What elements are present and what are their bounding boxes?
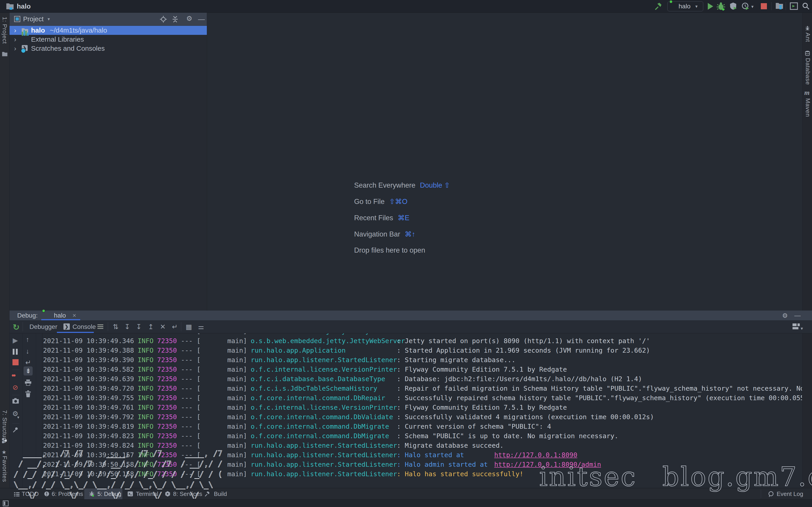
locate-file-icon[interactable] xyxy=(160,16,167,23)
view-breakpoints-icon[interactable]: ●● xyxy=(11,373,15,378)
tree-row-scratches[interactable]: › ❯ Scratches and Consoles xyxy=(9,44,207,53)
log-message: : Repair of failed migration in Schema H… xyxy=(397,385,802,392)
database-icon[interactable] xyxy=(805,50,810,57)
gear-icon[interactable]: ⚙ xyxy=(186,14,192,22)
debug-button[interactable] xyxy=(716,2,725,12)
clipped-log-row: 2021-11-09 10:39:49.249INFO72350 --- [ma… xyxy=(43,333,802,336)
chevron-down-icon[interactable]: ▾ xyxy=(801,326,803,331)
resume-button[interactable]: ▶ xyxy=(13,337,18,344)
console-log-row: 2021-11-09 10:39:49.761INFO72350 --- [ma… xyxy=(43,403,802,412)
log-logger: o.f.c.internal.license.VersionPrinter xyxy=(251,403,397,412)
debug-session-tab[interactable]: halo xyxy=(54,311,66,320)
print-icon[interactable] xyxy=(24,379,32,387)
profiler-chevron-icon[interactable]: ▾ xyxy=(751,4,754,9)
log-thread: main] xyxy=(201,364,247,374)
evaluate-grid-icon[interactable]: ▦ xyxy=(186,320,192,333)
run-button[interactable] xyxy=(708,3,713,10)
close-icon[interactable]: × xyxy=(72,311,76,320)
shortcut-label: Drop files here to open xyxy=(354,246,425,254)
expand-chevron-icon[interactable]: › xyxy=(14,26,16,35)
sidebar-item-project[interactable]: 1: Project xyxy=(1,17,8,44)
soft-wrap-icon[interactable]: ↵ xyxy=(26,359,31,366)
run-with-coverage-button[interactable] xyxy=(729,2,737,11)
tab-console[interactable]: Console xyxy=(72,320,96,333)
hide-panel-icon[interactable]: — xyxy=(794,311,801,320)
run-anything-window-button[interactable] xyxy=(790,2,798,11)
log-thread: main] xyxy=(201,403,247,412)
project-view-selector[interactable]: Project xyxy=(23,13,44,25)
project-structure-button[interactable] xyxy=(775,2,783,10)
sidebar-item-maven[interactable]: Maven xyxy=(804,98,811,117)
right-tool-stripe: Ant Database m Maven xyxy=(802,13,812,488)
favorites-star-icon[interactable]: ★ xyxy=(2,449,7,455)
console-link[interactable]: http://127.0.0.1:8090 xyxy=(494,451,577,459)
log-logger: run.halo.app.listener.StartedListener xyxy=(251,441,397,450)
pin-icon[interactable] xyxy=(12,427,19,434)
layout-options-icon[interactable] xyxy=(97,324,103,325)
ant-icon[interactable] xyxy=(805,25,810,32)
log-logger: o.f.c.i.database.base.DatabaseType xyxy=(251,374,397,384)
log-separator: --- [ xyxy=(177,404,201,411)
log-thread: main] xyxy=(201,333,247,336)
search-icon[interactable] xyxy=(802,2,810,11)
log-level: INFO xyxy=(138,365,154,373)
log-logger: run.halo.app.listener.StartedListener xyxy=(251,355,397,364)
stop-button[interactable] xyxy=(761,3,767,9)
log-pid: 72350 xyxy=(157,375,177,383)
tab-debugger[interactable]: Debugger xyxy=(30,320,57,333)
tree-row-external-libraries[interactable]: › External Libraries xyxy=(9,35,207,44)
trash-icon[interactable] xyxy=(25,390,31,398)
collapse-all-icon[interactable] xyxy=(172,16,179,23)
clear-icon[interactable]: ✕ xyxy=(160,320,166,333)
project-folder-icon xyxy=(6,3,14,11)
rerun-icon[interactable]: ↻ xyxy=(13,323,19,332)
shortcut-label: Search Everywhere xyxy=(354,181,415,189)
log-pid: 72350 xyxy=(157,356,177,364)
upload-icon[interactable]: ↥ xyxy=(148,320,154,333)
log-pid: 72350 xyxy=(157,394,177,402)
ascii-art-watermark: ____, /7 /7 ____, /7 /7 ____, /7 / __/, … xyxy=(9,448,222,500)
log-pid: 72350 xyxy=(157,346,177,354)
log-level: INFO xyxy=(138,413,154,421)
log-level: INFO xyxy=(138,333,154,335)
tree-row-project-root[interactable]: › halo ~/d4m1ts/java/halo xyxy=(9,26,207,35)
pause-button[interactable] xyxy=(13,349,14,355)
tree-item-name: Scratches and Consoles xyxy=(31,44,105,53)
gear-icon[interactable]: ⚙ xyxy=(782,312,788,319)
expand-chevron-icon[interactable]: › xyxy=(14,35,16,44)
log-logger: o.f.c.i.s.JdbcTableSchemaHistory xyxy=(251,384,397,393)
hide-panel-icon[interactable]: — xyxy=(198,13,205,25)
log-timestamp: 2021-11-09 10:39:49.755 xyxy=(43,394,134,402)
scroll-up-icon[interactable]: ↑ xyxy=(26,336,29,343)
thread-dump-camera-icon[interactable] xyxy=(12,398,19,405)
log-pid: 72350 xyxy=(157,385,177,392)
console-log-row: 2021-11-09 10:39:49.390INFO72350 --- [ma… xyxy=(43,355,802,364)
scratches-icon: ❯ xyxy=(22,45,28,51)
step-down-icon[interactable]: ↧ xyxy=(124,320,130,333)
log-timestamp: 2021-11-09 10:39:49.582 xyxy=(43,365,134,373)
mute-breakpoints-icon[interactable]: ⊘ xyxy=(12,384,18,391)
download-icon[interactable]: ↧ xyxy=(136,320,142,333)
left-tool-stripe: 1: Project 7: Structure ★ 2: Favorites xyxy=(0,13,9,488)
log-timestamp: 2021-11-09 10:39:49.823 xyxy=(43,432,134,440)
up-stack-icon[interactable]: ⇅ xyxy=(113,320,118,333)
sidebar-item-ant[interactable]: Ant xyxy=(804,33,811,42)
maven-icon[interactable]: m xyxy=(804,89,810,97)
debug-window-title: Debug: xyxy=(17,311,38,320)
project-stripe-folder-icon[interactable] xyxy=(2,52,8,57)
soft-wrap-icon[interactable]: ↵ xyxy=(172,320,177,333)
build-hammer-button[interactable] xyxy=(654,2,662,11)
sidebar-item-database[interactable]: Database xyxy=(804,58,811,85)
profiler-button[interactable] xyxy=(741,2,750,11)
log-message: : Migrate database succeed. xyxy=(397,442,504,449)
filter-sliders-icon[interactable]: ⚌ xyxy=(198,320,204,333)
scroll-down-icon[interactable]: ↓ xyxy=(26,348,29,355)
scroll-to-end-active-chip[interactable]: ⇟ xyxy=(23,367,33,376)
log-thread: main] xyxy=(201,355,247,364)
log-message: : Flyway Community Edition 7.5.1 by Redg… xyxy=(397,404,567,411)
run-config-selector[interactable]: halo ▾ xyxy=(667,1,703,11)
log-timestamp: 2021-11-09 10:39:49.792 xyxy=(43,413,134,421)
expand-chevron-icon[interactable]: › xyxy=(14,44,16,53)
stop-button[interactable] xyxy=(12,359,18,365)
tool-window-toggle-icon[interactable] xyxy=(3,500,9,507)
